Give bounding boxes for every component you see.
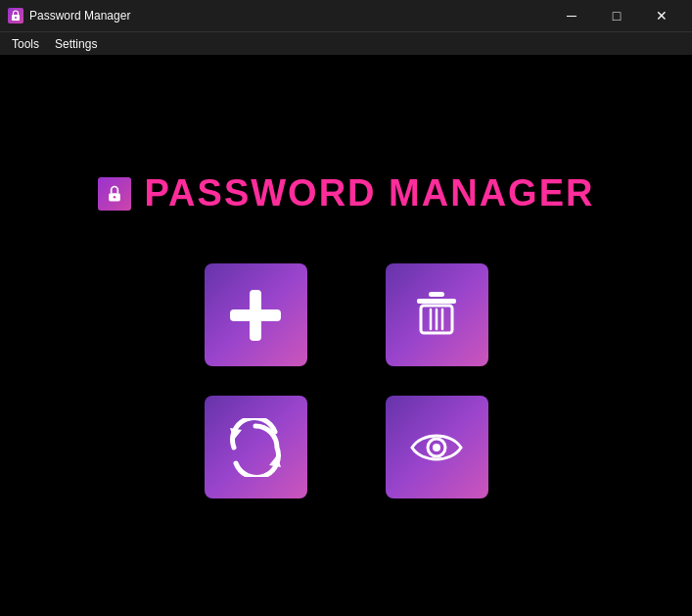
trash-icon [407,286,466,345]
header-lock-icon [98,177,131,211]
svg-point-16 [433,444,440,451]
svg-point-4 [113,196,115,199]
buttons-grid [205,263,488,498]
svg-rect-7 [429,292,444,297]
app-header: PASSWORD MANAGER [98,172,595,214]
title-bar-left: Password Manager [8,8,130,24]
menu-bar: Tools Settings [0,31,692,55]
add-button[interactable] [205,263,307,366]
view-button[interactable] [386,396,488,498]
close-button[interactable]: ✕ [639,0,684,31]
menu-item-settings[interactable]: Settings [47,35,105,53]
refresh-button[interactable] [205,396,307,498]
app-title: PASSWORD MANAGER [145,172,595,214]
title-bar: Password Manager ─ □ ✕ [0,0,692,31]
title-bar-controls: ─ □ ✕ [549,0,684,31]
svg-rect-6 [230,309,281,321]
eye-icon [407,418,466,477]
plus-icon [226,286,285,345]
app-icon [8,8,23,24]
refresh-icon [226,418,285,477]
minimize-button[interactable]: ─ [549,0,594,31]
svg-point-2 [15,17,17,19]
menu-item-tools[interactable]: Tools [4,35,47,53]
svg-rect-8 [417,299,456,304]
maximize-button[interactable]: □ [594,0,639,31]
main-content: PASSWORD MANAGER [0,55,692,616]
window-title: Password Manager [29,9,130,23]
delete-button[interactable] [386,263,488,366]
